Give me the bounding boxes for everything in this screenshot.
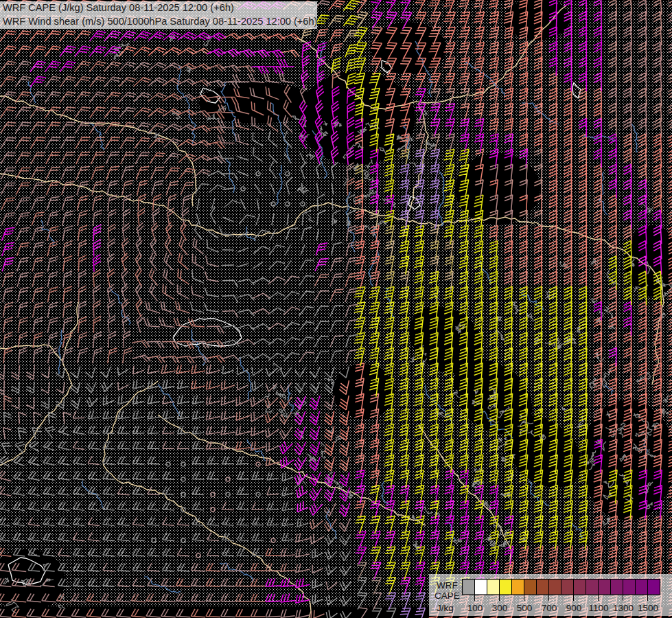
svg-text:900: 900 bbox=[566, 603, 582, 613]
svg-text:1100: 1100 bbox=[588, 603, 608, 613]
svg-text:J/kg: J/kg bbox=[437, 603, 454, 613]
svg-text:1500: 1500 bbox=[638, 603, 658, 613]
svg-text:WRF Wind shear (m/s) 500/1000h: WRF Wind shear (m/s) 500/1000hPa Saturda… bbox=[3, 16, 317, 27]
svg-text:WRF CAPE (J/kg) Saturday 08-11: WRF CAPE (J/kg) Saturday 08-11-2025 12:0… bbox=[3, 2, 234, 13]
svg-text:700: 700 bbox=[542, 603, 557, 613]
svg-text:CAPE: CAPE bbox=[435, 591, 460, 601]
svg-text:WRF: WRF bbox=[437, 580, 458, 591]
svg-text:300: 300 bbox=[492, 603, 508, 613]
svg-text:500: 500 bbox=[517, 603, 533, 613]
svg-text:100: 100 bbox=[467, 603, 483, 613]
svg-text:1300: 1300 bbox=[613, 603, 634, 613]
